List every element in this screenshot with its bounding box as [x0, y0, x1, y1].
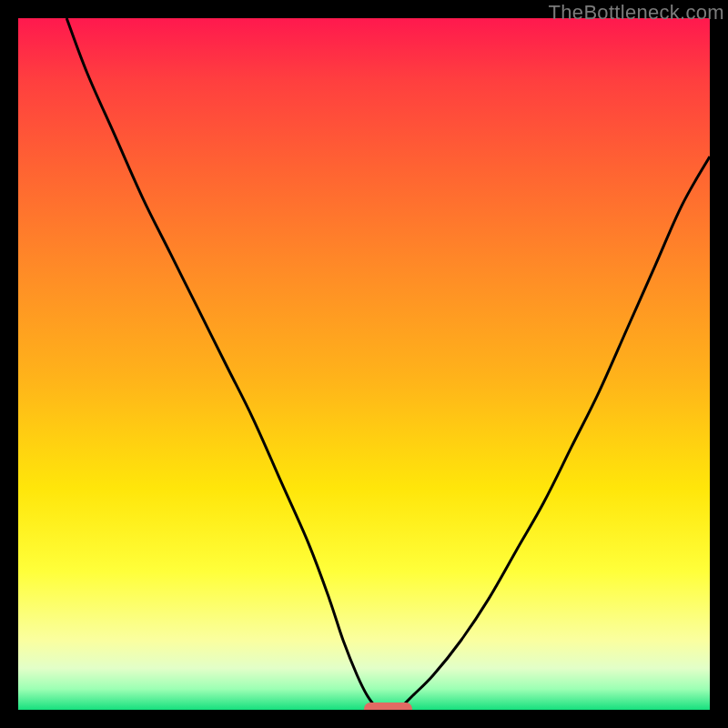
- optimal-marker: [364, 703, 412, 710]
- plot-area: [18, 18, 710, 710]
- gradient-background: [18, 18, 710, 710]
- chart-frame: TheBottleneck.com: [0, 0, 728, 728]
- watermark-text: TheBottleneck.com: [549, 1, 724, 25]
